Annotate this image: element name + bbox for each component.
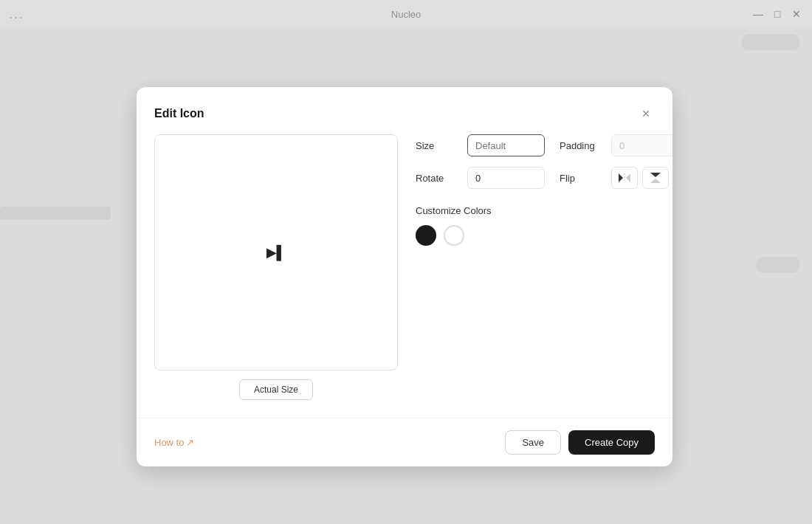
preview-panel: ▶▌ Actual Size [154, 134, 398, 400]
icon-preview-box: ▶▌ [154, 134, 398, 370]
rotate-label: Rotate [416, 173, 467, 184]
dialog-footer: How to ↗ Save Create Copy [137, 418, 672, 466]
flip-horizontal-icon [619, 173, 630, 183]
size-padding-row: Size Padding [416, 134, 672, 156]
actual-size-button[interactable]: Actual Size [239, 379, 313, 400]
svg-marker-2 [626, 173, 630, 182]
svg-marker-3 [650, 173, 661, 177]
svg-marker-0 [619, 173, 623, 182]
edit-icon-dialog: Edit Icon × ▶▌ Actual Size Size Padding … [137, 87, 672, 466]
svg-marker-4 [650, 179, 661, 183]
create-copy-button[interactable]: Create Copy [568, 430, 655, 455]
dialog-title: Edit Icon [154, 107, 204, 120]
dialog-body: ▶▌ Actual Size Size Padding Rotate Flip [137, 123, 672, 418]
flip-buttons-group [611, 167, 669, 189]
how-to-arrow-icon: ↗ [186, 437, 194, 448]
dialog-close-button[interactable]: × [637, 105, 655, 123]
dialog-header: Edit Icon × [137, 87, 672, 123]
settings-panel: Size Padding Rotate Flip [416, 134, 672, 400]
rotate-input[interactable] [467, 167, 545, 189]
flip-vertical-button[interactable] [642, 167, 669, 189]
preview-icon-symbol: ▶▌ [266, 244, 286, 261]
size-input[interactable] [467, 134, 545, 156]
size-label: Size [416, 140, 467, 151]
padding-input[interactable] [611, 134, 672, 156]
color-swatches-group [416, 225, 672, 246]
how-to-text: How to [154, 437, 184, 448]
customize-colors-section: Customize Colors [416, 205, 672, 246]
footer-actions: Save Create Copy [505, 430, 655, 455]
color-swatch-black[interactable] [416, 225, 436, 246]
color-swatch-white[interactable] [444, 225, 464, 246]
flip-vertical-icon [650, 173, 661, 183]
flip-label: Flip [560, 173, 611, 184]
customize-colors-label: Customize Colors [416, 205, 672, 216]
rotate-flip-row: Rotate Flip [416, 167, 672, 189]
flip-horizontal-button[interactable] [611, 167, 638, 189]
padding-label: Padding [560, 140, 611, 151]
how-to-link[interactable]: How to ↗ [154, 437, 194, 448]
save-button[interactable]: Save [505, 430, 561, 455]
